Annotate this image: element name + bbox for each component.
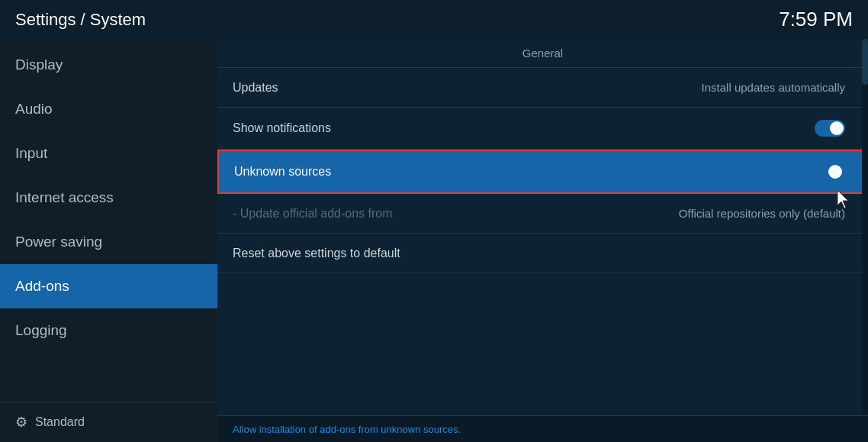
setting-label-updates: Updates <box>233 81 278 95</box>
sidebar-item-logging[interactable]: Logging <box>0 308 217 353</box>
header: Settings / System 7:59 PM <box>0 0 868 39</box>
sidebar: DisplayAudioInputInternet accessPower sa… <box>0 39 217 442</box>
toggle-unknown-sources[interactable] <box>813 163 844 180</box>
sidebar-item-add-ons[interactable]: Add-ons <box>0 264 217 308</box>
sidebar-footer-label: Standard <box>35 415 85 429</box>
sidebar-item-internet-access[interactable]: Internet access <box>0 176 217 220</box>
section-header: General <box>217 39 868 68</box>
sidebar-item-display[interactable]: Display <box>0 43 217 87</box>
setting-label-unknown-sources: Unknown sources <box>234 165 331 179</box>
setting-label-reset-settings: Reset above settings to default <box>233 247 400 260</box>
sidebar-footer[interactable]: ⚙ Standard <box>0 402 217 442</box>
sidebar-item-input[interactable]: Input <box>0 131 217 176</box>
content-area: General UpdatesInstall updates automatic… <box>217 39 868 442</box>
gear-icon: ⚙ <box>15 414 27 431</box>
scrollbar[interactable] <box>862 39 868 442</box>
main-container: DisplayAudioInputInternet accessPower sa… <box>0 39 868 442</box>
setting-label-show-notifications: Show notifications <box>233 121 331 135</box>
setting-row-reset-settings[interactable]: Reset above settings to default <box>217 234 868 273</box>
toggle-show-notifications[interactable] <box>815 120 845 137</box>
bottom-hint-bar: Allow installation of add-ons from unkno… <box>217 415 868 442</box>
setting-value-updates: Install updates automatically <box>702 81 845 94</box>
settings-list: UpdatesInstall updates automaticallyShow… <box>217 68 868 273</box>
setting-row-unknown-sources[interactable]: Unknown sources <box>217 150 868 194</box>
setting-row-show-notifications[interactable]: Show notifications <box>217 108 868 150</box>
setting-row-update-official-addons[interactable]: - Update official add-ons fromOfficial r… <box>217 194 868 234</box>
page-title: Settings / System <box>15 10 146 30</box>
hint-text: Allow installation of add-ons from unkno… <box>233 424 461 435</box>
setting-row-updates[interactable]: UpdatesInstall updates automatically <box>217 68 868 108</box>
scrollbar-thumb <box>862 39 868 85</box>
clock: 7:59 PM <box>779 8 853 31</box>
sidebar-item-power-saving[interactable]: Power saving <box>0 220 217 264</box>
sidebar-item-audio[interactable]: Audio <box>0 87 217 131</box>
setting-label-update-official-addons: - Update official add-ons from <box>233 207 393 221</box>
setting-value-update-official-addons: Official repositories only (default) <box>679 207 845 220</box>
